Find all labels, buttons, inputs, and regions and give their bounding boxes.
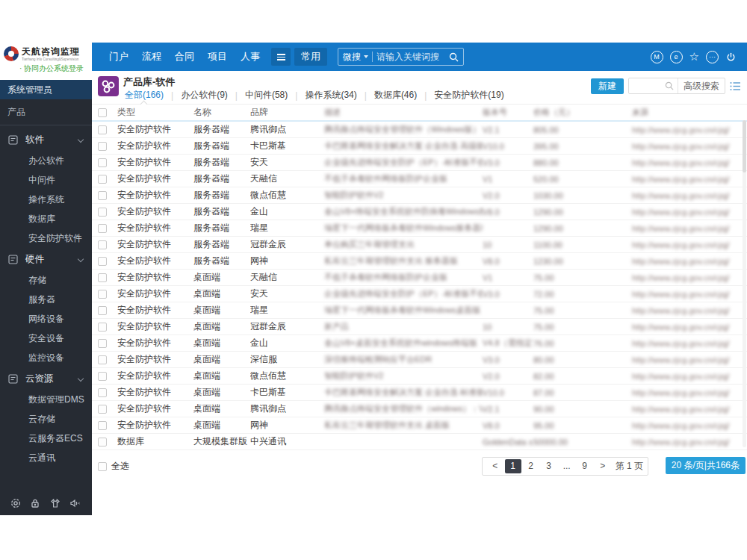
vertical-scrollbar[interactable] [743,120,746,447]
row-checkbox[interactable] [98,224,107,233]
select-all-control[interactable]: 全选 [98,460,129,473]
nav-item[interactable]: 流程 [135,50,168,63]
scrollbar-thumb[interactable] [743,120,746,172]
new-button[interactable]: 新建 [591,78,624,94]
table-row[interactable]: 安全防护软件桌面端冠群金辰新产品1075.00http://www.zjcg.g… [92,319,747,335]
office-system-login-link[interactable]: · 协同办公系统登录 [0,61,92,74]
row-checkbox[interactable] [98,273,107,282]
sidebar-item[interactable]: 云通讯 [0,448,92,467]
table-row[interactable]: 安全防护软件服务器端安天企业级先进终端安全防护（EP）-标准版不低于V3.088… [92,155,747,171]
sidebar-item[interactable]: 监控设备 [0,348,92,367]
row-checkbox[interactable] [98,323,107,332]
pager-page[interactable]: 2 [523,459,539,473]
column-header[interactable]: 类型 [117,106,193,119]
row-checkbox[interactable] [98,355,107,364]
table-row[interactable]: 安全防护软件桌面端金山金山V8+桌面安全系统软件windows终端版V4.8（需… [92,335,747,352]
column-header[interactable]: 名称 [193,106,250,119]
row-checkbox[interactable] [98,306,107,315]
nav-item[interactable]: 人事 [234,50,267,63]
table-row[interactable]: 安全防护软件服务器端腾讯御点腾讯御点终端安全管理软件（Windows版）V2.1… [92,122,747,138]
theme-shirt-icon[interactable] [49,497,61,509]
sidebar-item[interactable]: 中间件 [0,170,92,190]
pager-next[interactable]: > [595,459,611,473]
search-icon[interactable] [449,52,459,62]
sidebar-group-硬件[interactable]: 硬件 [0,248,92,270]
pager-prev[interactable]: < [487,459,503,473]
row-checkbox[interactable] [98,175,107,184]
row-checkbox[interactable] [98,290,107,299]
sidebar-item[interactable]: 服务器 [0,290,92,309]
tab-filter[interactable]: 操作系统(34) [303,89,358,102]
nav-item-changyong[interactable]: 常用 [294,48,327,66]
select-all-checkbox[interactable] [98,462,107,471]
advanced-search-link[interactable]: 高级搜索 [678,78,725,93]
table-row[interactable]: 安全防护软件服务器端天融信不低于杀毒软件网络版防护企业版V1520.00http… [92,171,747,187]
header-checkbox[interactable] [98,108,107,117]
row-checkbox[interactable] [98,405,107,414]
row-checkbox[interactable] [98,208,107,217]
row-checkbox[interactable] [98,421,107,430]
table-row[interactable]: 安全防护软件服务器端微点佰慧智能防护软件V2V2.01030.00http://… [92,187,747,204]
tab-filter[interactable]: 数据库(46) [373,89,418,102]
role-bar[interactable]: 系统管理员 [0,80,92,99]
favorites-star-icon[interactable]: ☆ [689,52,699,63]
tab-filter[interactable]: 办公软件(9) [179,89,229,102]
pager-jump[interactable]: 第 1 页 [616,460,643,473]
row-checkbox[interactable] [98,339,107,348]
e-badge-icon[interactable]: e [670,51,683,63]
sidebar-item[interactable]: 数据库 [0,209,92,228]
row-checkbox[interactable] [98,438,107,447]
tab-filter[interactable]: 中间件(58) [244,89,289,102]
sidebar-item[interactable]: 安全设备 [0,329,92,348]
table-row[interactable]: 安全防护软件桌面端安天企业级先进终端安全防护（EP）-标准版不低于V3.072.… [92,286,747,302]
row-checkbox[interactable] [98,142,107,151]
sidebar-group-软件[interactable]: 软件 [0,128,92,151]
table-row[interactable]: 安全防护软件桌面端深信服深信服终端检测响应平台EDRV3.080.00http:… [92,352,747,368]
pager-page[interactable]: ... [559,459,575,473]
sidebar-item[interactable]: 安全防护软件 [0,228,92,248]
nav-item[interactable]: 门户 [102,50,135,63]
sidebar-item[interactable]: 云存储 [0,409,92,429]
power-icon[interactable] [725,52,737,63]
row-checkbox[interactable] [98,125,107,134]
table-row[interactable]: 安全防护软件服务器端金山金山V8+终端安全系统软件防病毒Windows服务器版V… [92,204,747,220]
sidebar-item[interactable]: 云服务器ECS [0,429,92,448]
row-checkbox[interactable] [98,372,107,381]
table-row[interactable]: 数据库大规模集群版中兴通讯GoldenData s...50000.00http… [92,434,747,450]
column-header[interactable]: 描述 [324,107,483,118]
tab-filter[interactable]: 全部(166) [123,89,165,102]
sidebar-item[interactable]: 存储 [0,270,92,290]
search-input[interactable]: 请输入关键词搜 [376,51,445,63]
row-checkbox[interactable] [98,257,107,266]
sidebar-group-云资源[interactable]: 云资源 [0,367,92,390]
row-checkbox[interactable] [98,191,107,200]
column-header[interactable]: 品牌 [250,106,324,119]
page-size-badge[interactable]: 20 条/页|共166条 [666,457,746,474]
table-row[interactable]: 安全防护软件桌面端腾讯御点腾讯御点终端安全管理软件（windows）：V2.1版… [92,401,747,417]
table-row[interactable]: 安全防护软件桌面端天融信不低于杀毒软件网络版防护企业版V175.00http:/… [92,270,747,286]
pager-page[interactable]: 1 [505,459,521,473]
search-scope-dropdown[interactable]: 微搜 [343,51,368,63]
tab-filter[interactable]: 安全防护软件(19) [433,89,505,102]
m-badge-icon[interactable]: M [651,51,663,63]
sidebar-item[interactable]: 办公软件 [0,151,92,170]
nav-item[interactable]: 合同 [168,50,201,63]
table-row[interactable]: 安全防护软件服务器端瑞星瑞星下一代网络版杀毒软件Windows服务器版1290.… [92,220,747,237]
pager-page[interactable]: 9 [577,459,593,473]
table-row[interactable]: 安全防护软件桌面端微点佰慧智能防护软件V2V2.082.00http://www… [92,368,747,385]
column-header[interactable]: 价格（元） [533,107,632,118]
table-row[interactable]: 安全防护软件服务器端网神私有云三年期管理软件支出 服务器版V8.01230.00… [92,253,747,270]
settings-gear-icon[interactable] [10,497,22,509]
sidebar-item[interactable]: 操作系统 [0,190,92,209]
lock-icon[interactable] [29,497,41,509]
table-row[interactable]: 安全防护软件桌面端网神私有云三年期管理软件支出 桌面版V8.095.00http… [92,417,747,434]
more-icon[interactable]: ··· [706,51,719,63]
sidebar-item[interactable]: 数据管理DMS [0,390,92,409]
table-row[interactable]: 安全防护软件桌面端卡巴斯基卡巴斯基网络安全解决方案 企业自选 标准版 A类 10… [92,385,747,401]
pager-page[interactable]: 3 [541,459,557,473]
table-row[interactable]: 安全防护软件服务器端冠群金辰单位购买三年期管理支出101100.00http:/… [92,237,747,253]
column-header[interactable]: 版本号 [483,107,533,118]
sound-speaker-icon[interactable] [69,497,82,509]
advanced-search-box[interactable]: 高级搜索 [628,78,725,94]
sidebar-item[interactable]: 网络设备 [0,309,92,329]
